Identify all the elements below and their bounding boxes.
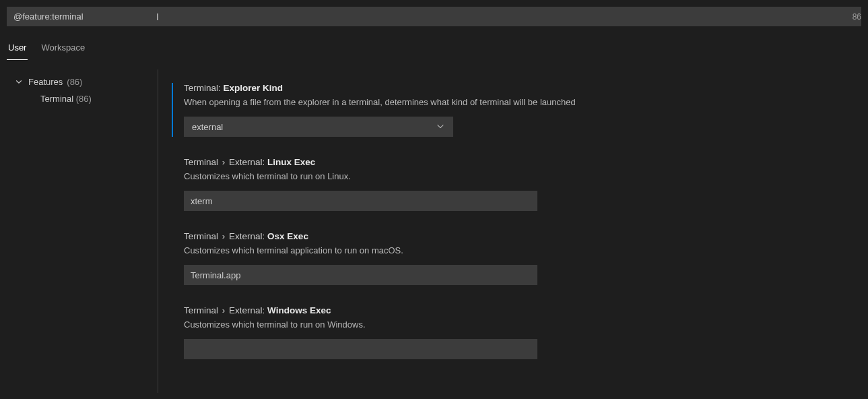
setting-title: Terminal: Explorer Kind: [184, 83, 855, 93]
setting-input-linux-exec[interactable]: [184, 191, 537, 211]
search-result-count: 86: [853, 12, 861, 22]
setting-input-osx-exec[interactable]: [184, 265, 537, 285]
setting-item: Terminal › External: Linux Exec Customiz…: [172, 157, 855, 211]
setting-title: Terminal › External: Linux Exec: [184, 157, 855, 167]
sidebar-group-count: (86): [67, 77, 82, 87]
setting-sep: ›: [221, 231, 227, 241]
setting-name: Osx Exec: [267, 231, 308, 241]
settings-tree: Features (86) Terminal (86): [0, 69, 158, 393]
setting-mid: External:: [229, 157, 265, 167]
setting-title: Terminal › External: Windows Exec: [184, 305, 855, 315]
setting-item: Terminal: Explorer Kind When opening a f…: [172, 83, 855, 137]
setting-mid: External:: [229, 305, 265, 315]
tab-workspace[interactable]: Workspace: [40, 38, 86, 60]
setting-mid: External:: [229, 231, 265, 241]
setting-prefix: Terminal:: [184, 83, 221, 93]
setting-item: Terminal › External: Windows Exec Custom…: [172, 305, 855, 359]
settings-scope-tabs: User Workspace: [0, 26, 868, 60]
setting-item: Terminal › External: Osx Exec Customizes…: [172, 231, 855, 285]
setting-name: Windows Exec: [267, 305, 331, 315]
settings-search-bar[interactable]: I 86: [7, 7, 861, 26]
sidebar-item-label: Terminal: [40, 94, 73, 104]
setting-input-windows-exec[interactable]: [184, 339, 537, 359]
setting-description: Customizes which terminal to run on Wind…: [184, 319, 855, 330]
setting-description: Customizes which terminal to run on Linu…: [184, 171, 855, 181]
setting-description: When opening a file from the explorer in…: [184, 97, 855, 107]
tab-user[interactable]: User: [7, 38, 28, 60]
setting-name: Linux Exec: [267, 157, 315, 167]
setting-sep: ›: [221, 305, 227, 315]
settings-search-input[interactable]: [13, 11, 855, 22]
settings-list: Terminal: Explorer Kind When opening a f…: [158, 69, 868, 393]
setting-prefix: Terminal: [184, 231, 218, 241]
setting-select-explorer-kind[interactable]: external: [184, 117, 453, 137]
sidebar-group-label: Features: [28, 77, 63, 87]
setting-prefix: Terminal: [184, 305, 218, 315]
setting-prefix: Terminal: [184, 157, 218, 167]
setting-title: Terminal › External: Osx Exec: [184, 231, 855, 241]
chevron-down-icon: [13, 76, 24, 87]
settings-content: Features (86) Terminal (86) Terminal: Ex…: [0, 69, 868, 393]
setting-name: Explorer Kind: [224, 83, 283, 93]
sidebar-item-terminal[interactable]: Terminal (86): [13, 90, 151, 106]
setting-sep: ›: [221, 157, 227, 167]
sidebar-item-count: (86): [76, 94, 92, 104]
select-value: external: [192, 122, 223, 132]
sidebar-group-features[interactable]: Features (86): [13, 73, 151, 90]
chevron-down-icon: [436, 121, 445, 133]
setting-description: Customizes which terminal application to…: [184, 245, 855, 255]
